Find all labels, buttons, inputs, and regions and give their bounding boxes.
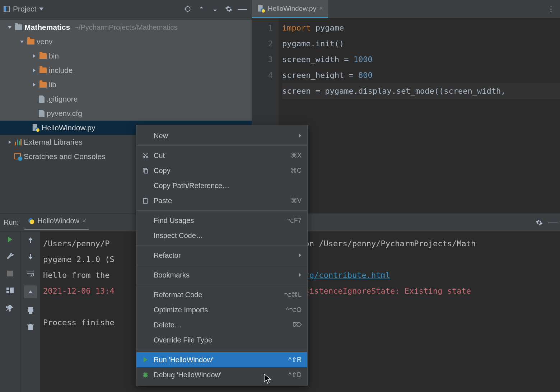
debug-icon: [141, 371, 150, 378]
menu-item-label: Cut: [154, 151, 287, 160]
close-tab-icon[interactable]: ×: [319, 5, 323, 12]
console-error: 2021-12-06 13:4: [43, 286, 115, 295]
menu-item[interactable]: Override File Type: [136, 332, 307, 347]
tab-label: HelloWindow.py: [268, 5, 316, 13]
menu-item-label: Refactor: [154, 251, 294, 260]
code-text: screen_height =: [282, 71, 358, 80]
menu-item[interactable]: Debug 'HelloWindow'^⇧D: [136, 367, 307, 382]
file-label: HelloWindow.py: [42, 123, 95, 132]
folder-label: include: [49, 66, 73, 75]
menu-item[interactable]: Copy Path/Reference…: [136, 178, 307, 193]
file-icon: [39, 110, 45, 117]
run-tab[interactable]: HelloWindow ×: [24, 215, 89, 230]
menu-item-label: New: [154, 132, 294, 140]
collapse-all-icon[interactable]: [211, 5, 219, 13]
folder-icon: [39, 53, 47, 59]
menu-item-label: Copy Path/Reference…: [154, 182, 302, 190]
line-number: 3: [252, 52, 273, 67]
root-name: Mathematics: [24, 23, 70, 32]
stop-icon[interactable]: [7, 270, 13, 277]
code-text: screen_width =: [282, 55, 354, 64]
scratches-icon: [14, 153, 22, 160]
menu-item[interactable]: New: [136, 128, 307, 143]
run-settings-icon[interactable]: [536, 219, 543, 226]
hide-panel-icon[interactable]: —: [239, 5, 246, 13]
svg-point-7: [36, 129, 39, 132]
menu-separator: [136, 210, 307, 211]
svg-rect-14: [6, 288, 9, 290]
menu-shortcut: ^⇧D: [289, 371, 302, 379]
menu-item[interactable]: Inspect Code…: [136, 228, 307, 243]
folder-icon: [39, 82, 47, 88]
close-run-tab-icon[interactable]: ×: [82, 217, 86, 225]
trash-icon[interactable]: [26, 323, 35, 331]
wrench-icon[interactable]: [6, 252, 14, 261]
run-tab-label: HelloWindow: [37, 217, 79, 225]
line-number: 4: [252, 67, 273, 83]
tree-folder-lib[interactable]: lib: [0, 78, 252, 92]
root-path: ~/PycharmProjects/Mathematics: [74, 23, 177, 32]
venv-name: venv: [37, 37, 52, 46]
svg-point-10: [262, 9, 265, 12]
menu-item-label: Reformat Code: [154, 291, 280, 299]
menu-item-label: Optimize Imports: [154, 306, 283, 314]
scroll-to-end-icon[interactable]: [24, 285, 37, 298]
menu-shortcut: ⌦: [293, 321, 302, 329]
print-icon[interactable]: [26, 306, 35, 315]
menu-item[interactable]: Refactor: [136, 248, 307, 263]
console-text: /Users/penny/P: [43, 239, 109, 248]
locate-icon[interactable]: [184, 5, 191, 13]
tree-file-gitignore[interactable]: .gitignore: [0, 92, 252, 106]
external-label: External Libraries: [24, 138, 82, 146]
soft-wrap-icon[interactable]: [26, 269, 35, 277]
menu-separator: [136, 350, 307, 350]
menu-separator: [136, 285, 307, 285]
line-number: 2: [252, 36, 273, 52]
menu-item-label: Override File Type: [154, 336, 302, 344]
menu-item[interactable]: Run 'HelloWindow'^⇧R: [136, 352, 307, 367]
editor-code[interactable]: import pygame pygame.init() screen_width…: [279, 18, 560, 213]
rerun-icon[interactable]: [6, 236, 14, 243]
context-menu[interactable]: NewCut⌘XCopy⌘CCopy Path/Reference…Paste⌘…: [136, 125, 308, 386]
paste-icon: [141, 197, 150, 204]
menu-item[interactable]: Delete…⌦: [136, 317, 307, 332]
run-left-toolbar: [0, 232, 20, 392]
tree-folder-include[interactable]: include: [0, 63, 252, 78]
layout-icon[interactable]: [6, 286, 14, 295]
up-icon[interactable]: [26, 236, 35, 244]
menu-item-label: Paste: [154, 197, 287, 205]
pin-icon[interactable]: [6, 304, 14, 313]
tree-root[interactable]: Mathematics ~/PycharmProjects/Mathematic…: [0, 20, 252, 34]
menu-item[interactable]: Copy⌘C: [136, 163, 307, 178]
svg-rect-21: [144, 199, 148, 204]
run-label: Run:: [4, 218, 19, 227]
menu-item[interactable]: Reformat Code⌥⌘L: [136, 287, 307, 302]
hide-run-icon[interactable]: —: [549, 219, 556, 226]
svg-rect-16: [10, 288, 14, 293]
svg-point-12: [30, 219, 34, 224]
menu-item[interactable]: Optimize Imports^⌥O: [136, 302, 307, 317]
settings-icon[interactable]: [225, 5, 232, 13]
tree-file-pyvenv[interactable]: pyvenv.cfg: [0, 106, 252, 121]
project-view-icon: [4, 6, 10, 12]
menu-item[interactable]: Cut⌘X: [136, 148, 307, 163]
menu-item[interactable]: Bookmarks: [136, 267, 307, 283]
expand-all-icon[interactable]: [198, 5, 205, 13]
menu-item[interactable]: Find Usages⌥F7: [136, 213, 307, 228]
tree-folder-bin[interactable]: bin: [0, 49, 252, 63]
menu-separator: [136, 145, 307, 146]
menu-item[interactable]: Paste⌘V: [136, 193, 307, 208]
code-number: 800: [358, 71, 373, 80]
menu-shortcut: ⌥⌘L: [284, 291, 302, 299]
editor-tab[interactable]: HelloWindow.py ×: [252, 0, 328, 18]
tree-venv[interactable]: venv: [0, 34, 252, 49]
folder-icon: [27, 39, 34, 45]
editor-more-icon[interactable]: ⋮: [542, 0, 560, 18]
down-icon[interactable]: [26, 252, 35, 261]
console-text: pygame 2.1.0 (S: [43, 255, 115, 264]
project-dropdown-icon[interactable]: [39, 8, 43, 10]
svg-rect-22: [145, 198, 146, 199]
svg-rect-15: [6, 291, 9, 293]
copy-icon: [141, 167, 150, 174]
python-file-icon: [27, 217, 34, 224]
